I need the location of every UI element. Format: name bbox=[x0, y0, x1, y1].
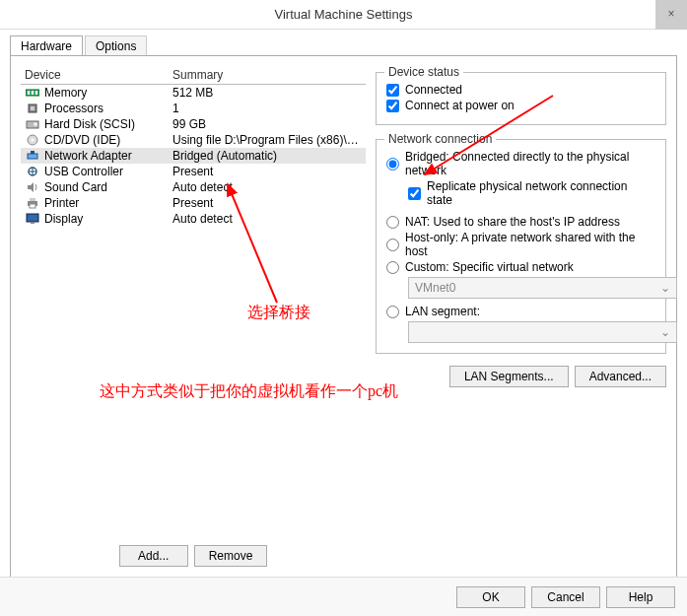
svg-rect-2 bbox=[32, 91, 34, 95]
lan-segment-select[interactable]: ⌄ bbox=[408, 321, 677, 343]
dialog-buttons: OK Cancel Help bbox=[0, 577, 687, 616]
sound-icon bbox=[25, 180, 40, 194]
svg-rect-16 bbox=[27, 214, 38, 222]
titlebar: Virtual Machine Settings × bbox=[0, 0, 687, 30]
bridged-radio[interactable]: Bridged: Connected directly to the physi… bbox=[386, 150, 655, 177]
device-summary: Using file D:\Program Files (x86)\Virtua… bbox=[172, 133, 362, 147]
network-buttons: LAN Segments... Advanced... bbox=[376, 366, 666, 387]
disk-icon bbox=[25, 117, 40, 131]
svg-rect-1 bbox=[28, 91, 30, 95]
advanced-button[interactable]: Advanced... bbox=[575, 366, 666, 387]
device-summary: Present bbox=[172, 196, 362, 210]
hostonly-radio[interactable]: Host-only: A private network shared with… bbox=[386, 231, 655, 258]
cd-icon bbox=[25, 133, 40, 147]
connected-checkbox[interactable]: Connected bbox=[386, 83, 655, 97]
cancel-button[interactable]: Cancel bbox=[531, 586, 600, 608]
device-row[interactable]: USB ControllerPresent bbox=[21, 164, 366, 179]
device-name: CD/DVD (IDE) bbox=[44, 133, 172, 147]
device-row[interactable]: DisplayAuto detect bbox=[21, 211, 366, 227]
device-summary: Bridged (Automatic) bbox=[172, 149, 362, 163]
window-title: Virtual Machine Settings bbox=[275, 7, 413, 22]
header-device: Device bbox=[25, 68, 172, 82]
tab-hardware[interactable]: Hardware bbox=[10, 35, 83, 56]
svg-rect-14 bbox=[30, 198, 35, 201]
device-name: USB Controller bbox=[44, 165, 172, 178]
dialog-content: Hardware Options Device Summary Memory51… bbox=[0, 30, 687, 585]
svg-rect-11 bbox=[31, 151, 34, 154]
device-row[interactable]: CD/DVD (IDE)Using file D:\Program Files … bbox=[21, 132, 366, 148]
ok-button[interactable]: OK bbox=[456, 586, 525, 608]
close-button[interactable]: × bbox=[655, 0, 687, 30]
device-name: Hard Disk (SCSI) bbox=[44, 117, 172, 131]
device-details: Device status Connected Connect at power… bbox=[376, 66, 666, 567]
help-button[interactable]: Help bbox=[606, 586, 675, 608]
lan-segment-radio[interactable]: LAN segment: bbox=[386, 305, 655, 318]
custom-radio[interactable]: Custom: Specific virtual network bbox=[386, 260, 655, 274]
device-name: Display bbox=[44, 212, 172, 226]
vmnet-select[interactable]: VMnet0⌄ bbox=[408, 277, 677, 299]
memory-icon bbox=[25, 86, 40, 100]
device-row[interactable]: Memory512 MB bbox=[21, 85, 366, 101]
lan-segments-button[interactable]: LAN Segments... bbox=[449, 366, 569, 387]
device-list[interactable]: Memory512 MBProcessors1Hard Disk (SCSI)9… bbox=[21, 85, 366, 539]
device-summary: 1 bbox=[172, 102, 362, 115]
svg-point-7 bbox=[34, 122, 37, 126]
header-summary: Summary bbox=[172, 68, 362, 82]
svg-rect-15 bbox=[30, 204, 35, 208]
device-row[interactable]: Sound CardAuto detect bbox=[21, 179, 366, 195]
device-name: Sound Card bbox=[44, 180, 172, 194]
device-row[interactable]: PrinterPresent bbox=[21, 195, 366, 211]
svg-rect-17 bbox=[31, 222, 34, 224]
chevron-down-icon: ⌄ bbox=[660, 325, 670, 339]
device-summary: 512 MB bbox=[172, 86, 362, 100]
tab-options[interactable]: Options bbox=[85, 35, 147, 56]
replicate-checkbox[interactable]: Replicate physical network connection st… bbox=[408, 179, 655, 207]
device-row[interactable]: Hard Disk (SCSI)99 GB bbox=[21, 116, 366, 132]
connect-at-power-on-checkbox[interactable]: Connect at power on bbox=[386, 99, 655, 112]
svg-rect-10 bbox=[28, 154, 37, 159]
device-row[interactable]: Network AdapterBridged (Automatic) bbox=[21, 148, 366, 164]
device-list-buttons: Add... Remove bbox=[21, 539, 366, 567]
tab-strip: Hardware Options bbox=[10, 35, 677, 56]
device-summary: Auto detect bbox=[172, 212, 362, 226]
chevron-down-icon: ⌄ bbox=[660, 281, 670, 295]
svg-rect-3 bbox=[35, 91, 37, 95]
network-connection-legend: Network connection bbox=[384, 132, 496, 146]
device-name: Network Adapter bbox=[44, 149, 172, 163]
device-list-header: Device Summary bbox=[21, 66, 366, 85]
device-summary: 99 GB bbox=[172, 117, 362, 131]
svg-rect-5 bbox=[31, 106, 34, 110]
usb-icon bbox=[25, 165, 40, 178]
svg-point-9 bbox=[32, 139, 34, 142]
device-name: Printer bbox=[44, 196, 172, 210]
add-button[interactable]: Add... bbox=[119, 545, 188, 567]
device-status-group: Device status Connected Connect at power… bbox=[376, 72, 666, 125]
device-row[interactable]: Processors1 bbox=[21, 101, 366, 116]
device-name: Processors bbox=[44, 102, 172, 115]
settings-panel: Device Summary Memory512 MBProcessors1Ha… bbox=[10, 55, 677, 578]
network-connection-group: Network connection Bridged: Connected di… bbox=[376, 139, 666, 354]
device-name: Memory bbox=[44, 86, 172, 100]
display-icon bbox=[25, 212, 40, 226]
nat-radio[interactable]: NAT: Used to share the host's IP address bbox=[386, 215, 655, 229]
remove-button[interactable]: Remove bbox=[194, 545, 268, 567]
device-summary: Present bbox=[172, 165, 362, 178]
net-icon bbox=[25, 149, 40, 163]
device-pane: Device Summary Memory512 MBProcessors1Ha… bbox=[21, 66, 366, 567]
device-summary: Auto detect bbox=[172, 180, 362, 194]
device-status-legend: Device status bbox=[384, 65, 463, 79]
cpu-icon bbox=[25, 102, 40, 115]
printer-icon bbox=[25, 196, 40, 210]
